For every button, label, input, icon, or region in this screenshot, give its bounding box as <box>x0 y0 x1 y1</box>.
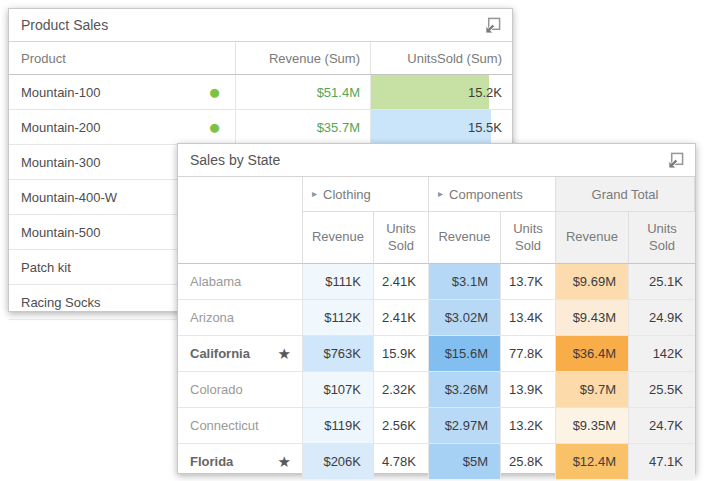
cell-grandtotal-revenue[interactable]: $12.4M <box>556 444 629 479</box>
units-cell[interactable]: 15.2K <box>371 75 512 109</box>
cell-clothing-revenue[interactable]: $111K <box>303 264 374 299</box>
star-icon[interactable]: ★ <box>278 454 291 469</box>
units-value: 15.2K <box>468 85 502 100</box>
product-sales-titlebar: Product Sales <box>9 9 512 42</box>
row-header[interactable]: Arizona <box>178 300 303 335</box>
group-label: Grand Total <box>592 187 659 202</box>
column-header-product[interactable]: Product <box>9 42 236 74</box>
maximize-icon-glyph <box>484 17 501 34</box>
state-label: Colorado <box>190 382 243 397</box>
cell-grandtotal-revenue[interactable]: $9.35M <box>556 408 629 443</box>
subheader-clothing-revenue[interactable]: Revenue <box>303 212 374 264</box>
revenue-cell[interactable]: $51.4M <box>236 75 371 109</box>
row-header[interactable]: Alabama <box>178 264 303 299</box>
subheader-clothing-units[interactable]: Units Sold <box>374 212 429 264</box>
cell-components-units[interactable]: 13.2K <box>501 408 556 443</box>
cell-components-revenue[interactable]: $3.26M <box>429 372 501 407</box>
state-label: California <box>190 346 250 361</box>
row-header[interactable]: Florida ★ <box>178 444 303 479</box>
product-label: Mountain-300 <box>21 155 101 170</box>
maximize-icon[interactable] <box>481 14 503 36</box>
expand-icon[interactable]: ▸ <box>312 189 317 199</box>
cell-clothing-units[interactable]: 2.56K <box>374 408 429 443</box>
row-header[interactable]: Connecticut <box>178 408 303 443</box>
cell-components-units[interactable]: 13.4K <box>501 300 556 335</box>
panel-title: Product Sales <box>21 17 108 33</box>
table-row[interactable]: Connecticut $119K 2.56K $2.97M 13.2K $9.… <box>178 408 695 444</box>
subheader-grandtotal-units[interactable]: Units Sold <box>629 212 695 264</box>
cell-grandtotal-units[interactable]: 25.5K <box>629 372 695 407</box>
table-row[interactable]: Mountain-200 ● $35.7M 15.5K <box>9 110 512 145</box>
cell-grandtotal-revenue[interactable]: $9.43M <box>556 300 629 335</box>
cell-clothing-units[interactable]: 2.41K <box>374 264 429 299</box>
row-header[interactable]: Colorado <box>178 372 303 407</box>
cell-grandtotal-revenue[interactable]: $9.69M <box>556 264 629 299</box>
row-header[interactable]: California ★ <box>178 336 303 371</box>
pivot-header: ▸ Clothing ▸ Components Grand Total Reve… <box>178 177 695 264</box>
subheader-grandtotal-revenue[interactable]: Revenue <box>556 212 629 264</box>
table-row[interactable]: California ★ $763K 15.9K $15.6M 77.8K $3… <box>178 336 695 372</box>
product-cell[interactable]: Mountain-100 ● <box>9 75 236 109</box>
maximize-icon[interactable] <box>664 149 686 171</box>
cell-components-revenue[interactable]: $2.97M <box>429 408 501 443</box>
product-label: Mountain-200 <box>21 120 101 135</box>
group-header-clothing[interactable]: ▸ Clothing <box>303 177 429 212</box>
cell-components-revenue[interactable]: $3.02M <box>429 300 501 335</box>
product-label: Racing Socks <box>21 295 100 310</box>
corner-cell <box>178 177 303 264</box>
product-sales-header-row: Product Revenue (Sum) UnitsSold (Sum) <box>9 42 512 75</box>
product-cell[interactable]: Mountain-200 ● <box>9 110 236 144</box>
state-label: Connecticut <box>190 418 259 433</box>
cell-clothing-revenue[interactable]: $112K <box>303 300 374 335</box>
star-icon[interactable]: ★ <box>278 346 291 361</box>
cell-grandtotal-units[interactable]: 24.9K <box>629 300 695 335</box>
panel-title: Sales by State <box>190 152 280 168</box>
table-row[interactable]: Mountain-100 ● $51.4M 15.2K <box>9 75 512 110</box>
cell-grandtotal-units[interactable]: 25.1K <box>629 264 695 299</box>
cell-components-revenue[interactable]: $15.6M <box>429 336 501 371</box>
cell-clothing-revenue[interactable]: $119K <box>303 408 374 443</box>
group-label: Clothing <box>323 187 371 202</box>
subheader-components-revenue[interactable]: Revenue <box>429 212 501 264</box>
state-label: Arizona <box>190 310 234 325</box>
table-row[interactable]: Florida ★ $206K 4.78K $5M 25.8K $12.4M 4… <box>178 444 695 479</box>
cell-grandtotal-revenue[interactable]: $9.7M <box>556 372 629 407</box>
group-header-components[interactable]: ▸ Components <box>429 177 556 212</box>
table-row[interactable]: Alabama $111K 2.41K $3.1M 13.7K $9.69M 2… <box>178 264 695 300</box>
maximize-icon-glyph <box>667 152 684 169</box>
sales-by-state-titlebar: Sales by State <box>178 144 695 177</box>
product-label: Mountain-500 <box>21 225 101 240</box>
cell-clothing-units[interactable]: 2.32K <box>374 372 429 407</box>
table-row[interactable]: Arizona $112K 2.41K $3.02M 13.4K $9.43M … <box>178 300 695 336</box>
expand-icon[interactable]: ▸ <box>438 189 443 199</box>
pivot-body: Alabama $111K 2.41K $3.1M 13.7K $9.69M 2… <box>178 264 695 479</box>
subheader-components-units[interactable]: Units Sold <box>501 212 556 264</box>
units-cell[interactable]: 15.5K <box>371 110 512 144</box>
cell-components-units[interactable]: 13.7K <box>501 264 556 299</box>
cell-components-revenue[interactable]: $3.1M <box>429 264 501 299</box>
cell-clothing-units[interactable]: 15.9K <box>374 336 429 371</box>
table-row[interactable]: Colorado $107K 2.32K $3.26M 13.9K $9.7M … <box>178 372 695 408</box>
revenue-cell[interactable]: $35.7M <box>236 110 371 144</box>
product-label: Mountain-100 <box>21 85 101 100</box>
units-value: 15.5K <box>468 120 502 135</box>
cell-clothing-units[interactable]: 2.41K <box>374 300 429 335</box>
column-header-revenue[interactable]: Revenue (Sum) <box>236 42 371 74</box>
state-label: Alabama <box>190 274 241 289</box>
group-header-grand-total[interactable]: Grand Total <box>556 177 695 212</box>
cell-components-units[interactable]: 25.8K <box>501 444 556 479</box>
cell-grandtotal-units[interactable]: 142K <box>629 336 695 371</box>
group-label: Components <box>449 187 523 202</box>
cell-components-units[interactable]: 77.8K <box>501 336 556 371</box>
cell-components-units[interactable]: 13.9K <box>501 372 556 407</box>
cell-clothing-revenue[interactable]: $763K <box>303 336 374 371</box>
cell-grandtotal-revenue[interactable]: $36.4M <box>556 336 629 371</box>
cell-grandtotal-units[interactable]: 24.7K <box>629 408 695 443</box>
cell-components-revenue[interactable]: $5M <box>429 444 501 479</box>
cell-grandtotal-units[interactable]: 47.1K <box>629 444 695 479</box>
column-header-unitssold[interactable]: UnitsSold (Sum) <box>371 42 512 74</box>
state-label: Florida <box>190 454 233 469</box>
cell-clothing-revenue[interactable]: $206K <box>303 444 374 479</box>
cell-clothing-units[interactable]: 4.78K <box>374 444 429 479</box>
cell-clothing-revenue[interactable]: $107K <box>303 372 374 407</box>
